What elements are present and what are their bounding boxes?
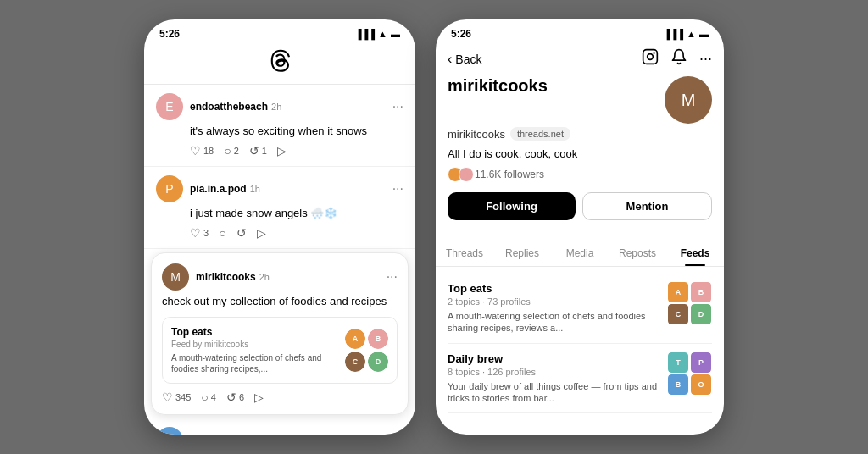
feed-card[interactable]: Top eats Feed by mirikitcooks A mouth-wa… (162, 317, 398, 384)
heart-icon-2: ♡ (190, 226, 201, 240)
feed-thumb-2c: B (668, 374, 688, 395)
post-2: P pia.in.a.pod 1h ··· i just made snow a… (144, 167, 415, 249)
highlighted-post-username[interactable]: mirikitcooks (196, 271, 256, 283)
post-1-reply-btn[interactable]: ○ 2 (224, 144, 239, 158)
card-avatar-4: D (368, 352, 388, 372)
profile-avatar: M (665, 76, 712, 124)
wifi-icon-r: ▲ (687, 29, 696, 39)
feed-item-1-meta: 2 topics · 73 profiles (448, 296, 659, 307)
tab-media[interactable]: Media (551, 241, 609, 266)
highlighted-post-actions: ♡ 345 ○ 4 ↺ 6 ▷ (162, 390, 398, 404)
post-1-header: E endoatthebeach 2h ··· (156, 93, 403, 120)
post-1-username[interactable]: endoatthebeach (190, 101, 268, 113)
share-icon-h: ▷ (254, 390, 264, 404)
share-icon-2: ▷ (257, 226, 266, 240)
tab-threads[interactable]: Threads (436, 241, 493, 266)
profile-info: mirikitcooks M mirikitcooks threads.net … (436, 76, 724, 230)
wifi-icon: ▲ (378, 29, 387, 39)
highlighted-reply-btn[interactable]: ○ 4 (201, 390, 216, 404)
tab-feeds[interactable]: Feeds (666, 241, 724, 266)
tab-reposts[interactable]: Reposts (609, 241, 666, 266)
instagram-icon[interactable] (642, 48, 659, 69)
status-icons-left: ▐▐▐ ▲ ▬ (355, 29, 400, 39)
repost-icon: ↺ (249, 144, 259, 158)
following-button[interactable]: Following (448, 192, 576, 220)
profile-top: mirikitcooks M (448, 76, 712, 124)
feed-thumb-2b: P (691, 352, 711, 373)
post-1-replies: 2 (234, 146, 239, 156)
back-button[interactable]: ‹ Back (448, 52, 481, 67)
highlighted-post-header: M mirikitcooks 2h ··· (162, 263, 398, 291)
post-2-time: 1h (250, 184, 260, 194)
feed-item-1-title: Top eats (448, 282, 659, 295)
left-phone: 5:26 ▐▐▐ ▲ ▬ E endoatthebeach (144, 19, 415, 435)
svg-rect-0 (643, 50, 658, 64)
post-2-share-btn[interactable]: ▷ (257, 226, 266, 240)
profile-name-group: mirikitcooks (448, 76, 548, 96)
post-sasha-avatar: S (156, 427, 183, 435)
bell-icon[interactable] (670, 48, 687, 69)
tab-replies[interactable]: Replies (493, 241, 551, 266)
feed-card-avatars: A B C D (345, 329, 388, 372)
post-1-text: it's always so exciting when it snows (190, 124, 403, 139)
followers-count: 11.6K followers (475, 169, 544, 180)
feed-item-2-desc: Your daily brew of all things coffee — f… (448, 380, 659, 405)
post-2-reply-btn[interactable]: ○ (219, 226, 225, 240)
status-bar-left: 5:26 ▐▐▐ ▲ ▬ (144, 19, 415, 43)
follower-avatar-group (448, 167, 470, 182)
threads-logo (268, 48, 292, 77)
post-1-time: 2h (271, 102, 281, 112)
feed-thumb-1b: B (691, 282, 711, 302)
feed-thumb-1d: D (691, 304, 711, 324)
profile-bio: All I do is cook, cook, cook (448, 147, 712, 160)
comment-icon-h: ○ (201, 390, 208, 404)
profile-followers: 11.6K followers (448, 167, 712, 182)
heart-icon-h: ♡ (162, 390, 173, 404)
post-1-like-btn[interactable]: ♡ 18 (190, 144, 214, 158)
post-2-username-time: pia.in.a.pod 1h (190, 183, 260, 195)
post-1-avatar: E (156, 93, 183, 120)
status-bar-right: 5:26 ▐▐▐ ▲ ▬ (436, 19, 724, 43)
feed-thumb-2a: T (668, 352, 688, 373)
signal-icon-r: ▐▐▐ (664, 29, 683, 39)
highlighted-post-username-time: mirikitcooks 2h (196, 271, 270, 283)
post-2-repost-btn[interactable]: ↺ (236, 226, 247, 240)
post-2-text: i just made snow angels 🌨️❄️ (190, 206, 403, 221)
profile-name: mirikitcooks (448, 76, 548, 96)
highlighted-repost-btn[interactable]: ↺ 6 (226, 390, 244, 404)
post-sasha: S + sasha.does.voices 2h ··· skiing vs. … (144, 418, 415, 435)
mention-button[interactable]: Mention (582, 192, 712, 220)
profile-buttons: Following Mention (448, 192, 712, 220)
feed-item-1[interactable]: Top eats 2 topics · 73 profiles A mouth-… (448, 274, 712, 344)
post-1-user-info: E endoatthebeach 2h (156, 93, 281, 120)
feed-thumb-1c: C (668, 304, 688, 324)
post-2-actions: ♡ 3 ○ ↺ ▷ (190, 226, 403, 240)
post-1-more-btn[interactable]: ··· (392, 99, 403, 114)
post-2-username[interactable]: pia.in.a.pod (190, 183, 247, 195)
highlighted-post-more-btn[interactable]: ··· (387, 269, 398, 285)
highlighted-share-btn[interactable]: ▷ (254, 390, 264, 404)
post-2-like-btn[interactable]: ♡ 3 (190, 226, 209, 240)
post-sasha-header: S + sasha.does.voices 2h ··· (156, 427, 403, 435)
feed-item-1-images: A B C D (668, 282, 712, 324)
highlighted-like-btn[interactable]: ♡ 345 (162, 390, 191, 404)
profile-badge: threads.net (510, 127, 570, 141)
post-2-more-btn[interactable]: ··· (392, 181, 403, 197)
right-phone: 5:26 ▐▐▐ ▲ ▬ ‹ Back (436, 19, 724, 435)
feed: E endoatthebeach 2h ··· it's always so e… (144, 85, 415, 435)
post-1-likes: 18 (203, 146, 214, 156)
post-1-reposts: 1 (262, 146, 267, 156)
post-1-repost-btn[interactable]: ↺ 1 (249, 144, 267, 158)
highlighted-post-avatar: M (162, 263, 189, 291)
feed-item-2-images: T P B O (668, 352, 712, 395)
feed-item-2[interactable]: Daily brew 8 topics · 126 profiles Your … (448, 344, 712, 414)
post-1-share-btn[interactable]: ▷ (277, 144, 287, 158)
profile-username: mirikitcooks (448, 128, 505, 141)
highlighted-reposts: 6 (239, 392, 244, 402)
profile-feed-list: Top eats 2 topics · 73 profiles A mouth-… (436, 267, 724, 435)
more-options-icon[interactable]: ··· (699, 50, 712, 68)
feed-item-2-text: Daily brew 8 topics · 126 profiles Your … (448, 352, 659, 405)
feed-card-desc: A mouth-watering selection of chefs and … (171, 352, 338, 374)
post-sasha-user-info: S + sasha.does.voices 2h (156, 427, 293, 435)
post-sasha-more-btn[interactable]: ··· (392, 433, 403, 435)
